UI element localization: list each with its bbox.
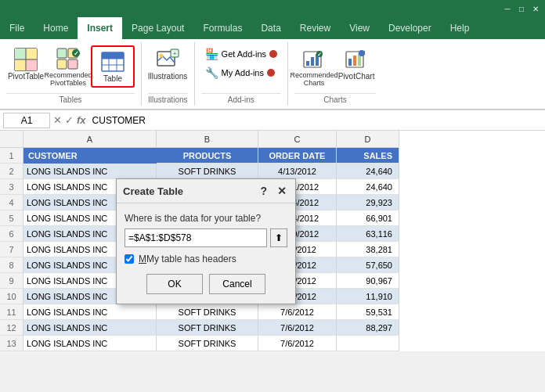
range-selector-icon: ⬆ bbox=[275, 232, 283, 243]
dialog-ok-button[interactable]: OK bbox=[146, 274, 203, 294]
dialog-input-row: ⬆ bbox=[125, 228, 287, 247]
dialog-help-icon[interactable]: ? bbox=[260, 185, 267, 197]
headers-checkbox-label: MMy table has headers bbox=[139, 254, 236, 264]
dialog-close-button[interactable]: ✕ bbox=[275, 184, 289, 198]
dialog-body: Where is the data for your table? ⬆ MMy … bbox=[117, 203, 295, 304]
range-selector-button[interactable]: ⬆ bbox=[270, 228, 287, 247]
dialog-cancel-button[interactable]: Cancel bbox=[209, 274, 265, 294]
create-table-dialog: Create Table ? ✕ Where is the data for y… bbox=[116, 178, 296, 304]
dialog-title-text: Create Table bbox=[123, 185, 183, 197]
dialog-button-row: OK Cancel bbox=[125, 274, 287, 294]
dialog-overlay: Create Table ? ✕ Where is the data for y… bbox=[0, 0, 545, 392]
headers-checkbox[interactable] bbox=[125, 254, 134, 264]
dialog-prompt-label: Where is the data for your table? bbox=[125, 213, 287, 224]
dialog-title-bar: Create Table ? ✕ bbox=[117, 179, 295, 203]
dialog-checkbox-row: MMy table has headers bbox=[125, 254, 287, 264]
table-range-input[interactable] bbox=[125, 228, 267, 247]
